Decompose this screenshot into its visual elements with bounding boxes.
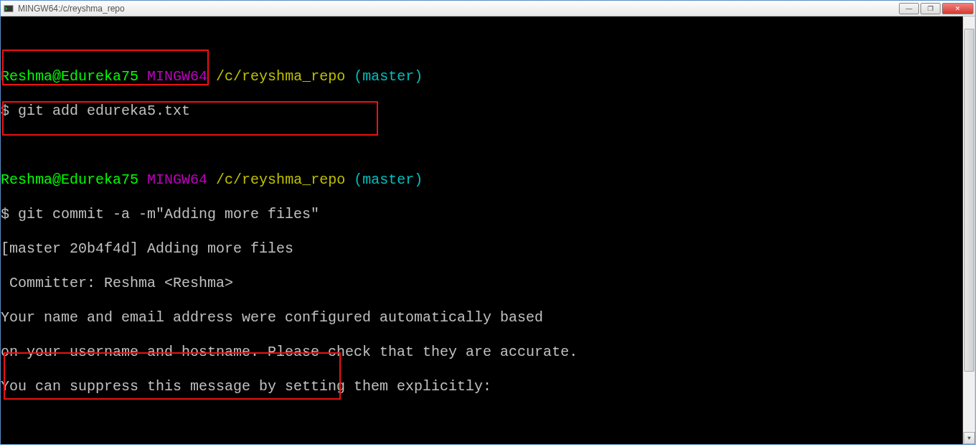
blank-line (1, 413, 975, 430)
close-button[interactable]: ✕ (942, 3, 974, 14)
scroll-thumb[interactable] (964, 29, 974, 372)
prompt-path: /c/reyshma_repo (216, 68, 345, 85)
output-line: You can suppress this message by setting… (1, 378, 975, 395)
blank-line (1, 34, 975, 51)
command-line: $ git commit -a -m"Adding more files" (1, 206, 975, 223)
ps1: $ (1, 103, 18, 119)
window-buttons: — ❐ ✕ (899, 3, 974, 14)
svg-rect-0 (4, 5, 13, 11)
prompt-line: Reshma@Edureka75 MINGW64 /c/reyshma_repo… (1, 68, 975, 85)
terminal-icon (4, 4, 14, 14)
window-title: MINGW64:/c/reyshma_repo (18, 4, 899, 14)
command-line: $ git add edureka5.txt (1, 103, 975, 120)
output-line: [master 20b4f4d] Adding more files (1, 240, 975, 258)
output-line: Your name and email address were configu… (1, 309, 975, 326)
vertical-scrollbar[interactable]: ▲ ▼ (963, 17, 975, 444)
blank-line (1, 137, 975, 154)
command-text: git commit -a -m"Adding more files" (18, 206, 319, 222)
scroll-down-button[interactable]: ▼ (963, 432, 975, 444)
scroll-track[interactable] (963, 29, 975, 432)
command-text: git add edureka5.txt (18, 103, 190, 119)
prompt-line: Reshma@Edureka75 MINGW64 /c/reyshma_repo… (1, 171, 975, 189)
maximize-button[interactable]: ❐ (920, 3, 941, 14)
prompt-shell: MINGW64 (147, 68, 207, 85)
output-line: Committer: Reshma <Reshma> (1, 275, 975, 292)
prompt-user: Reshma (1, 68, 52, 85)
terminal-area[interactable]: Reshma@Edureka75 MINGW64 /c/reyshma_repo… (1, 17, 975, 444)
minimize-button[interactable]: — (899, 3, 919, 14)
prompt-branch: (master) (354, 68, 423, 85)
output-line: on your username and hostname. Please ch… (1, 344, 975, 361)
prompt-host: Edureka75 (61, 68, 138, 85)
app-window: MINGW64:/c/reyshma_repo — ❐ ✕ Reshma@Edu… (0, 0, 976, 445)
title-bar: MINGW64:/c/reyshma_repo — ❐ ✕ (1, 1, 975, 17)
